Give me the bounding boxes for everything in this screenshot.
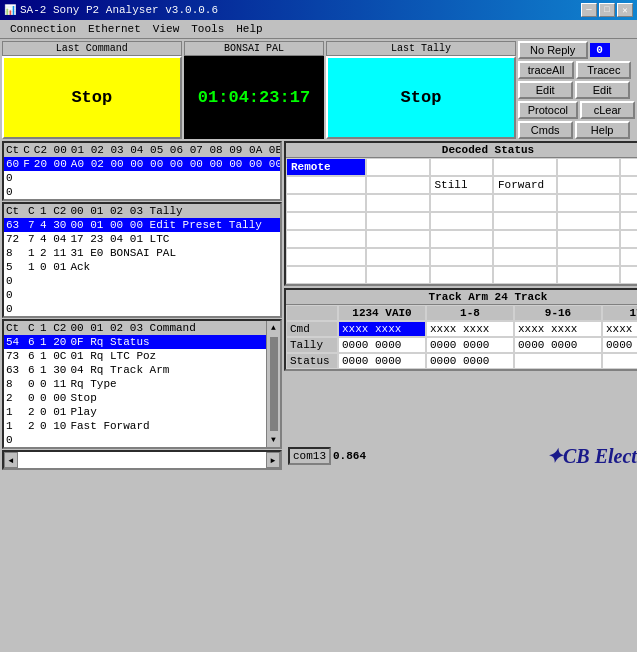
decoded-cell-1 — [366, 158, 430, 176]
scroll-left[interactable]: ◄ — [4, 452, 18, 468]
decoded-row6-4 — [557, 248, 621, 266]
track-header-2: 1-8 — [426, 305, 514, 321]
mid-data-table: Ct C 1 C2 00 01 02 03 Tally 63 7 4 30 — [2, 202, 282, 318]
track-status-col4 — [602, 353, 637, 369]
track-cmd-label: Cmd — [286, 321, 338, 337]
track-header-3: 9-16 — [514, 305, 602, 321]
window-title: SA-2 Sony P2 Analyser v3.0.0.6 — [20, 4, 218, 16]
track-tally-label: Tally — [286, 337, 338, 353]
minimize-button[interactable]: ─ — [581, 3, 597, 17]
table-row: 63 7 4 30 00 01 00 00 Edit Preset Tally — [4, 218, 280, 232]
table-row: 0 — [4, 288, 280, 302]
track-tally-col1: 0000 0000 — [338, 337, 426, 353]
table-row: 0 — [4, 433, 266, 447]
decoded-row4-0 — [286, 212, 366, 230]
decoded-row3-0 — [286, 194, 366, 212]
table-row: 5461 200F Rq Status — [4, 335, 266, 349]
no-reply-count: 0 — [590, 43, 610, 57]
table-row: 200 00Stop — [4, 391, 266, 405]
last-tally-label: Last Tally — [326, 41, 515, 56]
header-c: C — [21, 143, 32, 157]
help-button[interactable]: Help — [575, 121, 630, 139]
decoded-row7-1 — [366, 266, 430, 284]
main-content: Last Command Stop BONSAI PAL 01:04:23:17… — [0, 39, 637, 472]
table-row: 60 F 20 00 A0 02 00 00 00 00 00 00 00 00… — [4, 157, 282, 171]
track-status-label: Status — [286, 353, 338, 369]
menu-bar: Connection Ethernet View Tools Help — [0, 20, 637, 39]
table-row: 812 1131 E0 BONSAI PAL — [4, 246, 280, 260]
track-cmd-col1: xxxx xxxx — [338, 321, 426, 337]
decoded-row4-5 — [620, 212, 637, 230]
decoded-row7-4 — [557, 266, 621, 284]
no-reply-button[interactable]: No Reply — [518, 41, 588, 59]
right-panel: Decoded Status Remote Standby Still Forw… — [284, 141, 637, 470]
decoded-row6-2 — [430, 248, 494, 266]
track-tally-col3: 0000 0000 — [514, 337, 602, 353]
track-cmd-col4: xxxx xxxx — [602, 321, 637, 337]
decoded-row2-0 — [286, 176, 366, 194]
decoded-row5-4 — [557, 230, 621, 248]
track-cmd-col2: xxxx xxxx — [426, 321, 514, 337]
protocol-button[interactable]: Protocol — [518, 101, 578, 119]
decoded-cell-3 — [493, 158, 557, 176]
track-status-col3 — [514, 353, 602, 369]
menu-connection[interactable]: Connection — [4, 22, 82, 36]
header-c2: C2 00 — [32, 143, 69, 157]
remote-cell: Remote — [286, 158, 366, 176]
track-arm-panel: Track Arm 24 Track 1234 VAI0 1-8 9-16 17… — [284, 288, 637, 371]
timer-display: 01:04:23:17 — [184, 56, 325, 139]
decoded-row5-2 — [430, 230, 494, 248]
menu-ethernet[interactable]: Ethernet — [82, 22, 147, 36]
last-command-label: Last Command — [2, 41, 182, 56]
scroll-right[interactable]: ► — [266, 452, 280, 468]
track-header-1: 1234 VAI0 — [338, 305, 426, 321]
window-controls: ─ □ ✕ — [581, 3, 633, 17]
menu-help[interactable]: Help — [230, 22, 268, 36]
bottom-bar: com13 0.864 ✦CB Electronics — [284, 442, 637, 470]
track-tally-col4: 0000 0000 — [602, 337, 637, 353]
scroll-down[interactable]: ▼ — [271, 433, 276, 447]
edit1-button[interactable]: Edit — [518, 81, 573, 99]
header-rest: 01 02 03 04 05 06 07 08 09 0A 0B 0C 0D 0… — [69, 143, 282, 157]
left-panel: Ct C C2 00 01 02 03 04 05 06 07 08 09 0A… — [2, 141, 282, 470]
cmds-button[interactable]: Cmds — [518, 121, 573, 139]
scroll-up[interactable]: ▲ — [271, 321, 276, 335]
decoded-row2-1 — [366, 176, 430, 194]
decoded-row3-5 — [620, 194, 637, 212]
track-status-col2: 0000 0000 — [426, 353, 514, 369]
decoded-cell-4 — [557, 158, 621, 176]
cb-logo: ✦CB Electronics — [546, 444, 637, 468]
menu-tools[interactable]: Tools — [185, 22, 230, 36]
decoded-row6-1 — [366, 248, 430, 266]
decoded-row2-4 — [557, 176, 621, 194]
decoded-row5-3 — [493, 230, 557, 248]
track-status-col1: 0000 0000 — [338, 353, 426, 369]
decoded-row3-3 — [493, 194, 557, 212]
last-tally-section: Last Tally Stop — [326, 41, 515, 139]
standby-cell: Standby — [620, 158, 637, 176]
still-cell: Still — [430, 176, 494, 194]
clear-button[interactable]: cLear — [580, 101, 635, 119]
edit2-button[interactable]: Edit — [575, 81, 630, 99]
menu-view[interactable]: View — [147, 22, 185, 36]
com-section: com13 0.864 — [288, 447, 366, 465]
maximize-button[interactable]: □ — [599, 3, 615, 17]
table-row: 6361 3004 Rq Track Arm — [4, 363, 266, 377]
decoded-status-title: Decoded Status — [286, 143, 637, 158]
decoded-row3-4 — [557, 194, 621, 212]
close-button[interactable]: ✕ — [617, 3, 633, 17]
last-command-section: Last Command Stop — [2, 41, 182, 139]
trace-all-button[interactable]: traceAll — [518, 61, 575, 79]
track-header-0 — [286, 305, 338, 321]
bonsai-label: BONSAI PAL — [184, 41, 325, 56]
header-ct: Ct — [4, 143, 21, 157]
decoded-row6-5 — [620, 248, 637, 266]
trace-c-button[interactable]: Tracec — [576, 61, 631, 79]
decoded-row7-5 — [620, 266, 637, 284]
window: 📊 SA-2 Sony P2 Analyser v3.0.0.6 ─ □ ✕ C… — [0, 0, 637, 472]
tally-stop-display: Stop — [326, 56, 515, 139]
table-row: 7274 0417 23 04 01 LTC — [4, 232, 280, 246]
decoded-row4-2 — [430, 212, 494, 230]
scrollbar[interactable]: ▲ ▼ — [266, 321, 280, 447]
decoded-cell-2 — [430, 158, 494, 176]
